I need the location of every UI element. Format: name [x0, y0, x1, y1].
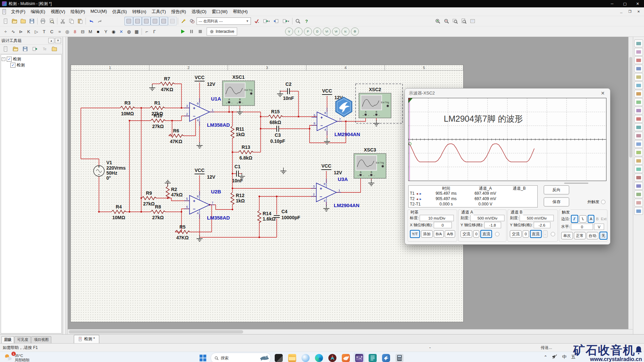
- logic-analyzer-instrument-button[interactable]: [634, 115, 643, 123]
- oscilloscope-screen[interactable]: LM2904第7脚 的波形: [408, 98, 606, 181]
- checkbox-checked-icon[interactable]: ✓: [7, 57, 12, 62]
- probe-voltage-ref-button[interactable]: Vr: [332, 27, 340, 36]
- panel-tab-项目视图[interactable]: 项目视图: [31, 336, 51, 343]
- zoom-sheet-button[interactable]: [468, 17, 477, 25]
- trigger-rising-edge-button[interactable]: [571, 215, 578, 223]
- toggle-breadboard-button[interactable]: [159, 17, 168, 25]
- copy-button[interactable]: [67, 17, 76, 25]
- taskbar-search-box[interactable]: 搜索: [211, 353, 271, 362]
- save-button[interactable]: 保存: [544, 197, 569, 206]
- channel-a-交流-button[interactable]: 交流: [461, 230, 472, 238]
- paste-button[interactable]: [76, 17, 85, 25]
- trigger-source-b-button[interactable]: B: [595, 217, 599, 221]
- menu-编辑E[interactable]: 编辑(E): [28, 8, 48, 16]
- trigger-source-a-button[interactable]: A: [588, 215, 594, 223]
- agilent-oscilloscope-instrument-button[interactable]: [634, 174, 643, 181]
- open-folder-button[interactable]: [19, 17, 28, 25]
- channel-b---button[interactable]: -: [543, 230, 548, 238]
- start-button[interactable]: [197, 353, 209, 362]
- zoom-in-button[interactable]: [433, 17, 442, 25]
- trigger-level-unit[interactable]: V: [594, 224, 604, 230]
- in-use-list-dropdown[interactable]: --- 在用列表 ---▼: [197, 17, 251, 25]
- tray-chevron[interactable]: ⌃: [544, 355, 547, 360]
- mdi-restore-button[interactable]: ❐: [626, 8, 634, 15]
- place-indicator-button[interactable]: 8: [71, 27, 79, 36]
- print-button[interactable]: [39, 17, 47, 25]
- function-generator-instrument-button[interactable]: [634, 48, 643, 56]
- iv-analyzer-instrument-button[interactable]: [634, 123, 643, 131]
- channel-a-ypos-input[interactable]: -1.8: [484, 222, 501, 228]
- menu-报告R[interactable]: 报告(R): [169, 8, 189, 16]
- cut-button[interactable]: [58, 17, 67, 25]
- oscilloscope-title-bar[interactable]: 示波器-XSC2 ✕: [405, 88, 610, 98]
- place-analog-button[interactable]: ▷: [33, 27, 40, 36]
- open-design-button[interactable]: [10, 17, 19, 25]
- zoom-fit-button[interactable]: [460, 17, 468, 25]
- zoom-area-button[interactable]: [451, 17, 460, 25]
- app-notes[interactable]: [367, 353, 378, 362]
- timebase-scale-input[interactable]: 10 ms/Div: [420, 215, 454, 221]
- place-misc-button[interactable]: M: [87, 27, 94, 36]
- new-file-button[interactable]: [1, 17, 10, 25]
- document-tab[interactable]: 检测 *: [74, 335, 99, 343]
- tree-expander-icon[interactable]: −: [2, 57, 5, 61]
- tree-node-root[interactable]: − ✓ 检测: [2, 56, 61, 62]
- toolbox-restore-button[interactable]: [50, 45, 59, 53]
- save-button[interactable]: [28, 17, 36, 25]
- zoom-out-button[interactable]: [442, 17, 451, 25]
- panel-tab-可见度[interactable]: 可见度: [14, 336, 31, 343]
- app-calculator[interactable]: [394, 353, 405, 362]
- back-annotate-button[interactable]: [272, 17, 280, 25]
- timebase-添加-button[interactable]: 添加: [421, 230, 433, 238]
- virtual-wire-button[interactable]: [179, 17, 188, 25]
- probe-digital-button[interactable]: D: [313, 27, 321, 36]
- channel-a-0-button[interactable]: 0: [473, 230, 479, 238]
- timebase-Y/T-button[interactable]: Y/T: [410, 230, 420, 238]
- export-netlist-button[interactable]: ▾: [261, 17, 272, 25]
- reverse-button[interactable]: 反向: [544, 185, 569, 194]
- panel-tab-层级[interactable]: 层级: [1, 336, 14, 343]
- place-misc-digital-button[interactable]: ≈: [56, 27, 63, 36]
- maximize-button[interactable]: ▢: [619, 0, 631, 7]
- word-generator-instrument-button[interactable]: [634, 98, 643, 106]
- place-diode-button[interactable]: ⊳: [17, 27, 25, 36]
- erc-check-button[interactable]: [252, 17, 261, 25]
- logic-converter-instrument-button[interactable]: [634, 107, 643, 114]
- symbol-editor-button[interactable]: [188, 17, 197, 25]
- toggle-instrument-bar-button[interactable]: [142, 17, 151, 25]
- menu-窗口W[interactable]: 窗口(W): [209, 8, 230, 16]
- place-hierarchical-button[interactable]: ⌐: [143, 27, 151, 36]
- agilent-multimeter-instrument-button[interactable]: [634, 165, 643, 173]
- trigger-mode-单次-button[interactable]: 单次: [561, 232, 573, 239]
- menu-选项O[interactable]: 选项(O): [189, 8, 209, 16]
- four-channel-oscilloscope-instrument-button[interactable]: [634, 73, 643, 81]
- channel-a-直流-button[interactable]: 直流: [480, 230, 492, 238]
- tektronix-oscilloscope-instrument-button[interactable]: [634, 182, 643, 190]
- bode-plotter-instrument-button[interactable]: [634, 81, 643, 89]
- channel-b-ypos-input[interactable]: -2.6: [534, 222, 550, 228]
- probe-current-button[interactable]: I: [294, 27, 303, 36]
- menu-帮助H[interactable]: 帮助(H): [230, 8, 250, 16]
- place-ni-button[interactable]: ✕: [117, 27, 125, 36]
- toggle-project-bar-button[interactable]: [124, 17, 133, 25]
- mdi-close-button[interactable]: ✕: [635, 8, 643, 15]
- agilent-function-generator-instrument-button[interactable]: [634, 157, 643, 165]
- place-electromechanical-button[interactable]: ◉: [110, 27, 117, 36]
- multisim-taskbar[interactable]: [354, 353, 365, 362]
- oscilloscope-dialog[interactable]: 示波器-XSC2 ✕ LM2904第7脚 的波形 时间通道_A通道_BT1 ◄►…: [405, 88, 610, 245]
- spectrum-analyzer-instrument-button[interactable]: [634, 140, 643, 148]
- app-photos[interactable]: [273, 353, 284, 362]
- tree-node-sheet[interactable]: ✓ 检测: [10, 62, 61, 68]
- print-preview-button[interactable]: [47, 17, 56, 25]
- find-button[interactable]: [293, 17, 302, 25]
- panel-pin-button[interactable]: ▴: [48, 38, 54, 43]
- toggle-hierarchy-button[interactable]: [168, 17, 177, 25]
- trigger-source-ext-button[interactable]: Ext: [600, 217, 607, 221]
- multimeter-instrument-button[interactable]: [634, 40, 643, 47]
- trigger-mode-无-button[interactable]: 无: [599, 232, 607, 240]
- help-button[interactable]: ?: [302, 17, 311, 25]
- timebase-B/A-button[interactable]: B/A: [434, 230, 444, 238]
- timebase-A/B-button[interactable]: A/B: [445, 230, 455, 238]
- place-mcu-button[interactable]: ▦: [133, 27, 141, 36]
- place-bus-button[interactable]: Г: [151, 27, 158, 36]
